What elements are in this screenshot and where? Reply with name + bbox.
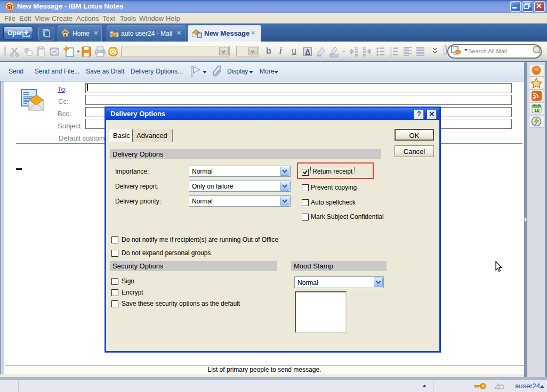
- svg-text:18: 18: [534, 108, 540, 113]
- svg-text:3: 3: [390, 53, 392, 56]
